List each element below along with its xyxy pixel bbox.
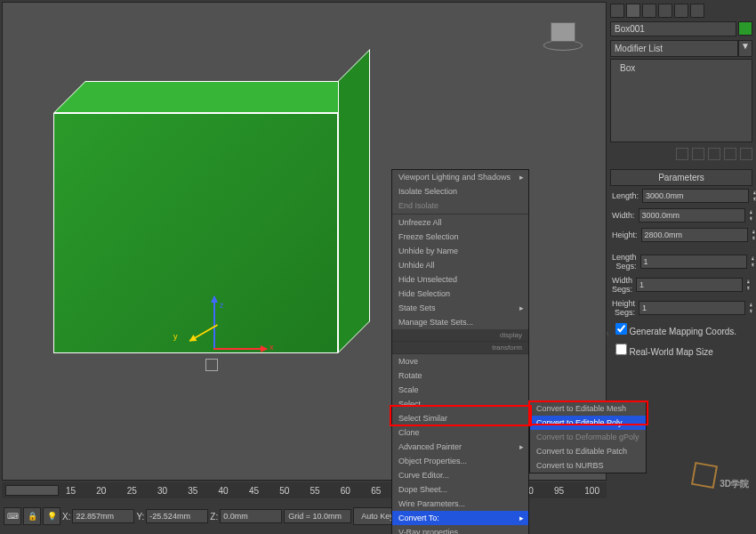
length-spinner-up[interactable]: ▴ (752, 190, 756, 196)
length-label: Length: (612, 191, 639, 200)
submenu-item[interactable]: Convert to Deformable gPoly (530, 430, 646, 444)
time-slider[interactable] (5, 485, 59, 496)
menu-item[interactable]: Rotate (392, 368, 528, 383)
menu-item[interactable]: Hide Selection (392, 287, 528, 301)
menu-item[interactable]: Unhide All (392, 258, 528, 272)
stack-item-box[interactable]: Box (613, 61, 750, 75)
z-coord-label: Z: (210, 512, 218, 522)
menu-item[interactable]: Dope Sheet... (392, 482, 528, 497)
tab-create[interactable] (610, 4, 624, 18)
viewcube[interactable] (536, 15, 590, 51)
cn-watermark: 3D学院 (693, 464, 749, 491)
lseg-spinner-down[interactable]: ▾ (751, 262, 755, 268)
real-world-checkbox[interactable] (615, 344, 627, 355)
menu-item[interactable]: Scale (392, 383, 528, 397)
lseg-label: Length Segs: (612, 253, 637, 271)
quad-context-menu: Viewport Lighting and ShadowsIsolate Sel… (391, 169, 529, 534)
status-bar: ⌨ 🔒 💡 X: Y: Z: Grid = 10.0mm Auto Key Se… (2, 500, 754, 532)
height-spinner-down[interactable]: ▾ (752, 235, 756, 241)
height-spinner-up[interactable]: ▴ (752, 229, 756, 235)
menu-item[interactable]: Select Similar (392, 411, 528, 425)
hseg-input[interactable] (639, 301, 745, 315)
remove-modifier-icon[interactable] (724, 148, 736, 160)
width-spinner-up[interactable]: ▴ (749, 209, 753, 215)
panel-tabs (608, 2, 754, 20)
width-input[interactable] (639, 208, 745, 222)
wseg-spinner-down[interactable]: ▾ (746, 285, 751, 291)
width-spinner-down[interactable]: ▾ (749, 215, 753, 222)
height-input[interactable] (641, 228, 748, 242)
menu-item[interactable]: Select (392, 397, 528, 411)
hseg-label: Height Segs: (612, 299, 635, 317)
menu-item[interactable]: Object Properties... (392, 454, 528, 468)
lock-selection-icon[interactable]: 🔒 (23, 507, 41, 525)
menu-item[interactable]: Unfreeze All (392, 215, 528, 230)
y-coord-label: Y: (136, 512, 144, 522)
object-name-input[interactable] (610, 21, 736, 36)
modifier-stack[interactable]: Box (610, 59, 752, 142)
submenu-item[interactable]: Convert to Editable Mesh (530, 401, 646, 416)
object-color-swatch[interactable] (738, 21, 752, 36)
menu-item[interactable]: End Isolate (392, 198, 528, 213)
wseg-spinner-up[interactable]: ▴ (746, 279, 751, 285)
cube-top-face[interactable] (53, 81, 370, 113)
hseg-spinner-down[interactable]: ▾ (749, 308, 753, 314)
grid-readout: Grid = 10.0mm (284, 509, 351, 523)
height-label: Height: (612, 231, 638, 239)
menu-item[interactable]: Viewport Lighting and Shadows (392, 170, 528, 184)
width-label: Width: (612, 211, 635, 220)
menu-item[interactable]: Wire Parameters... (392, 497, 528, 511)
make-unique-icon[interactable] (708, 148, 720, 160)
parameters-rollout-header[interactable]: Parameters (610, 169, 752, 186)
menu-section: transform (392, 342, 528, 354)
menu-item[interactable]: Isolate Selection (392, 184, 528, 198)
length-spinner-down[interactable]: ▾ (752, 196, 756, 202)
configure-sets-icon[interactable] (740, 148, 752, 160)
menu-item[interactable]: V-Ray properties (392, 525, 528, 534)
z-coord-input[interactable] (220, 509, 282, 523)
cube-right-face[interactable] (338, 49, 370, 353)
menu-item[interactable]: Advanced Painter (392, 440, 528, 454)
lightbulb-icon[interactable]: 💡 (43, 507, 60, 525)
submenu-item[interactable]: Convert to Editable Patch (530, 444, 646, 458)
menu-item[interactable]: Manage State Sets... (392, 315, 528, 329)
menu-item[interactable]: Move (392, 354, 528, 368)
submenu-item[interactable]: Convert to Editable Poly (530, 416, 646, 430)
menu-item[interactable]: Curve Editor... (392, 468, 528, 482)
length-input[interactable] (642, 189, 749, 203)
x-coord-input[interactable] (72, 509, 134, 523)
tab-hierarchy[interactable] (642, 4, 656, 18)
menu-item[interactable]: State Sets (392, 301, 528, 315)
x-coord-label: X: (62, 512, 70, 522)
gen-mapping-label: Generate Mapping Coords. (630, 327, 737, 336)
wseg-label: Width Segs: (612, 276, 632, 294)
tab-motion[interactable] (658, 4, 672, 18)
maxscript-listener-icon[interactable]: ⌨ (4, 507, 21, 525)
menu-item[interactable]: Freeze Selection (392, 230, 528, 244)
lseg-spinner-up[interactable]: ▴ (751, 255, 755, 262)
gen-mapping-checkbox[interactable] (615, 323, 627, 335)
y-coord-input[interactable] (146, 509, 208, 523)
pin-stack-icon[interactable] (676, 148, 688, 160)
submenu-item[interactable]: Convert to NURBS (530, 458, 646, 473)
wseg-input[interactable] (636, 278, 743, 292)
modifier-list-dropdown[interactable]: Modifier List (610, 40, 738, 57)
menu-item[interactable]: Clone (392, 425, 528, 440)
tab-utilities[interactable] (690, 4, 704, 18)
tab-modify[interactable] (626, 4, 640, 18)
convert-to-submenu: Convert to Editable MeshConvert to Edita… (529, 400, 647, 473)
menu-section: display (392, 329, 528, 342)
menu-item[interactable]: Convert To: (392, 511, 528, 525)
menu-item[interactable]: Hide Unselected (392, 272, 528, 287)
show-end-result-icon[interactable] (692, 148, 704, 160)
gizmo-center[interactable] (205, 359, 218, 371)
menu-item[interactable]: Unhide by Name (392, 244, 528, 258)
dropdown-arrow-icon[interactable]: ▼ (738, 40, 752, 57)
tab-display[interactable] (674, 4, 688, 18)
lseg-input[interactable] (640, 255, 747, 269)
hseg-spinner-up[interactable]: ▴ (749, 302, 753, 308)
cube-front-face[interactable] (53, 113, 338, 353)
real-world-label: Real-World Map Size (630, 347, 713, 357)
